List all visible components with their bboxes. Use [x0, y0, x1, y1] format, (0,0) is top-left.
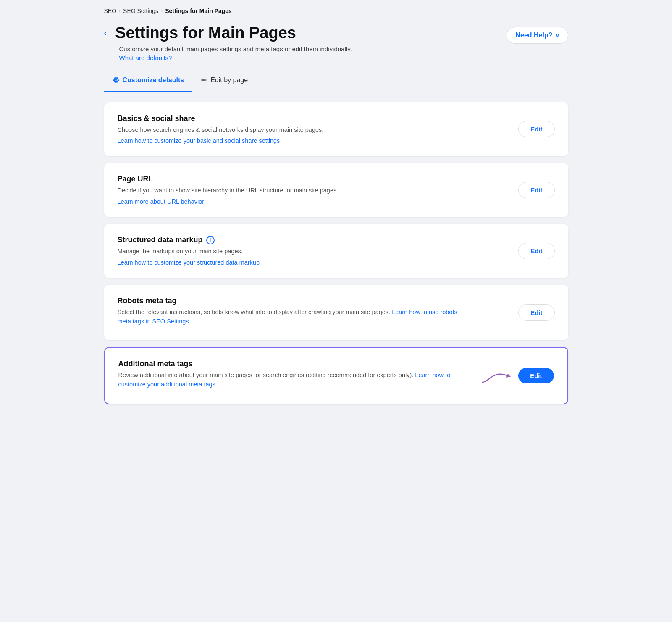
- curved-arrow-decoration: [480, 367, 514, 384]
- structured-data-edit-button[interactable]: Edit: [518, 243, 554, 259]
- breadcrumb: SEO › SEO Settings › Settings for Main P…: [104, 0, 568, 19]
- what-are-defaults-link[interactable]: What are defaults?: [119, 54, 352, 61]
- robots-meta-desc-text: Select the relevant instructions, so bot…: [118, 309, 392, 315]
- robots-meta-card: Robots meta tag Select the relevant inst…: [104, 285, 568, 341]
- basics-social-link[interactable]: Learn how to customize your basic and so…: [118, 137, 280, 144]
- page-header: ‹ Settings for Main Pages Customize your…: [104, 19, 568, 70]
- additional-meta-desc: Review additional info about your main s…: [118, 371, 463, 389]
- back-button[interactable]: ‹: [104, 26, 110, 39]
- page-url-title: Page URL: [118, 175, 462, 184]
- need-help-button[interactable]: Need Help? ∨: [507, 27, 568, 44]
- basics-social-card: Basics & social share Choose how search …: [104, 102, 568, 157]
- tabs-container: ⚙ Customize defaults ✏ Edit by page: [104, 70, 568, 92]
- page-url-link[interactable]: Learn more about URL behavior: [118, 198, 205, 205]
- need-help-label: Need Help?: [515, 31, 552, 39]
- page-subtitle: Customize your default main pages settin…: [119, 45, 352, 52]
- basics-social-edit-button[interactable]: Edit: [518, 121, 554, 137]
- page-url-edit-button[interactable]: Edit: [518, 182, 554, 198]
- structured-data-content: Structured data markup i Manage the mark…: [118, 236, 462, 266]
- tab-edit-by-page[interactable]: ✏ Edit by page: [192, 70, 256, 92]
- structured-data-desc: Manage the markups on your main site pag…: [118, 247, 462, 256]
- robots-meta-desc: Select the relevant instructions, so bot…: [118, 308, 462, 326]
- page-title: Settings for Main Pages: [115, 24, 296, 43]
- pencil-icon: ✏: [201, 76, 207, 85]
- tab-customize-defaults-label: Customize defaults: [123, 76, 184, 84]
- breadcrumb-sep-1: ›: [119, 8, 121, 14]
- basics-social-content: Basics & social share Choose how search …: [118, 114, 462, 145]
- robots-meta-edit-button[interactable]: Edit: [518, 304, 554, 321]
- gear-icon: ⚙: [113, 76, 119, 85]
- tab-edit-by-page-label: Edit by page: [210, 76, 248, 84]
- breadcrumb-sep-2: ›: [161, 8, 163, 14]
- robots-meta-content: Robots meta tag Select the relevant inst…: [118, 297, 462, 329]
- additional-meta-desc-text: Review additional info about your main s…: [118, 372, 415, 378]
- page-url-desc: Decide if you want to show site hierarch…: [118, 186, 462, 195]
- chevron-down-icon: ∨: [555, 32, 559, 39]
- tab-customize-defaults[interactable]: ⚙ Customize defaults: [104, 70, 193, 92]
- basics-social-desc: Choose how search engines & social netwo…: [118, 126, 462, 135]
- additional-meta-edit-button[interactable]: Edit: [518, 368, 554, 383]
- breadcrumb-seo[interactable]: SEO: [104, 8, 117, 14]
- info-icon[interactable]: i: [206, 236, 215, 244]
- additional-meta-card: Additional meta tags Review additional i…: [104, 347, 568, 404]
- structured-data-link[interactable]: Learn how to customize your structured d…: [118, 259, 260, 266]
- structured-data-title: Structured data markup i: [118, 236, 462, 244]
- additional-meta-edit-area: Edit: [480, 367, 554, 384]
- robots-meta-title: Robots meta tag: [118, 297, 462, 305]
- page-url-content: Page URL Decide if you want to show site…: [118, 175, 462, 205]
- structured-data-card: Structured data markup i Manage the mark…: [104, 224, 568, 278]
- breadcrumb-seo-settings[interactable]: SEO Settings: [123, 8, 158, 14]
- page-url-card: Page URL Decide if you want to show site…: [104, 163, 568, 217]
- breadcrumb-current: Settings for Main Pages: [165, 8, 232, 14]
- additional-meta-title: Additional meta tags: [118, 360, 463, 368]
- basics-social-title: Basics & social share: [118, 114, 462, 123]
- additional-meta-content: Additional meta tags Review additional i…: [118, 360, 463, 392]
